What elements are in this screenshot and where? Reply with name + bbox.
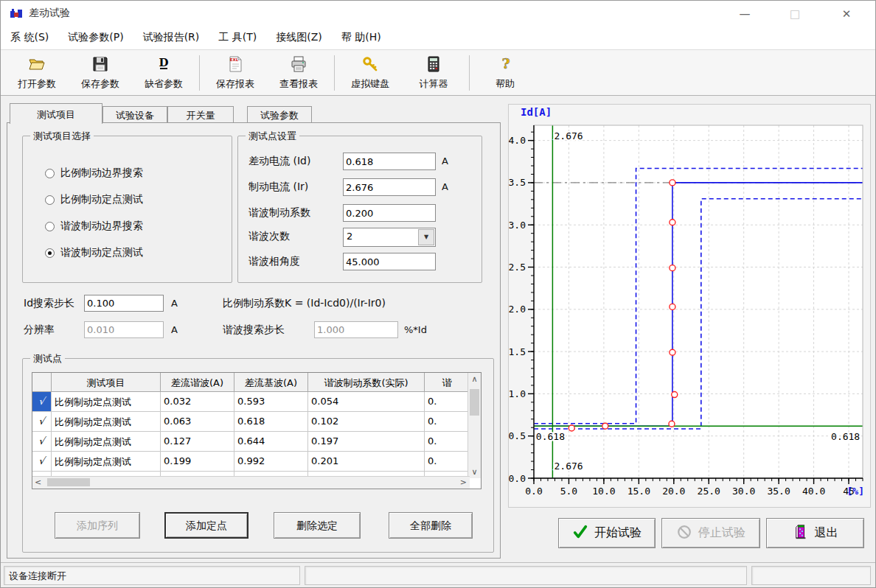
horizontal-scrollbar[interactable]: <> (32, 476, 470, 489)
calculator-button[interactable]: 计算器 (402, 52, 465, 94)
characteristic-chart: 0.00.51.01.52.02.53.03.54.00.05.010.015.… (508, 104, 871, 508)
svg-text:2.0: 2.0 (509, 304, 526, 315)
id-step-input[interactable] (84, 295, 164, 312)
toolbar-separator (334, 55, 335, 91)
scroll-up-icon[interactable]: ∧ (468, 374, 481, 384)
row-check-cell[interactable]: √ (32, 412, 52, 432)
groupbox-title: 测试项目选择 (30, 130, 94, 143)
menu-tools[interactable]: 工 具(T) (209, 27, 266, 49)
menu-system[interactable]: 系 统(S) (1, 27, 58, 49)
save-report-button[interactable]: EXL保存报表 (204, 52, 267, 94)
column-header[interactable]: 谐波制动系数(实际) (308, 373, 425, 392)
svg-text:4.0: 4.0 (509, 135, 526, 146)
radio-ratio-brake-boundary-search[interactable]: 比例制动边界搜索 (45, 166, 143, 181)
virtual-keyboard-button[interactable]: 虚拟键盘 (338, 52, 402, 94)
check-icon (572, 524, 594, 543)
menu-test-report[interactable]: 试验报告(R) (133, 27, 209, 49)
formula-text: 比例制动系数K = (Id-Icd0)/(Ir-Ir0) (223, 297, 386, 310)
column-header[interactable]: 测试项目 (52, 373, 161, 392)
table-cell[interactable]: 0.032 (161, 392, 234, 412)
column-header[interactable]: 差流谐波(A) (161, 373, 234, 392)
table-row[interactable]: √比例制动定点测试0.1270.6440.1970. (32, 432, 470, 452)
chevron-down-icon[interactable]: ▼ (418, 229, 434, 245)
table-cell[interactable]: 0. (425, 392, 470, 412)
start-test-button[interactable]: 开始试验 (558, 518, 656, 548)
table-cell[interactable]: 比例制动定点测试 (52, 452, 161, 472)
default-params-button[interactable]: D缺省参数 (132, 52, 195, 94)
table-cell[interactable]: 0.054 (308, 392, 425, 412)
table-cell[interactable]: 0.593 (234, 392, 308, 412)
radio-selected-icon[interactable] (45, 248, 55, 258)
tab-test-parameters[interactable]: 试验参数 (247, 106, 312, 122)
menu-wiring-diagram[interactable]: 接线图(Z) (266, 27, 332, 49)
add-fixed-point-button[interactable]: 添加定点 (164, 512, 248, 539)
column-header[interactable] (32, 373, 52, 392)
harmonic-phase-angle-input[interactable] (343, 253, 436, 270)
table-cell[interactable]: 0.199 (161, 452, 234, 472)
tab-test-items[interactable]: 测试项目 (10, 103, 102, 124)
radio-icon[interactable] (45, 169, 55, 178)
svg-text:3.5: 3.5 (509, 177, 526, 188)
table-cell[interactable]: 0. (425, 412, 470, 432)
table-cell[interactable]: 比例制动定点测试 (52, 392, 161, 412)
exit-button[interactable]: 退出 (766, 518, 864, 548)
table-cell[interactable]: 比例制动定点测试 (52, 432, 161, 452)
maximize-button[interactable]: □ (778, 1, 812, 27)
tab-test-device[interactable]: 试验设备 (102, 106, 167, 122)
scroll-right-icon[interactable]: > (460, 477, 467, 487)
table-cell[interactable]: 0.618 (234, 412, 308, 432)
svg-text:0.0: 0.0 (525, 486, 542, 497)
svg-text:1.5: 1.5 (509, 346, 526, 357)
open-params-button[interactable]: 打开参数 (5, 52, 69, 94)
scroll-left-icon[interactable]: < (35, 477, 41, 487)
svg-text:0.618: 0.618 (536, 431, 565, 442)
table-cell[interactable]: 0.127 (161, 432, 234, 452)
minimize-button[interactable]: — (728, 1, 762, 27)
table-row[interactable]: √比例制动定点测试0.1990.9920.2010. (32, 452, 470, 472)
harmonic-order-select[interactable]: 2 ▼ (343, 228, 436, 247)
table-row[interactable]: √比例制动定点测试0.0630.6180.1020. (32, 412, 470, 432)
radio-icon[interactable] (45, 222, 55, 231)
tab-switch-quantity[interactable]: 开关量 (167, 106, 234, 122)
table-cell[interactable]: 比例制动定点测试 (52, 412, 161, 432)
radio-harmonic-brake-boundary-search[interactable]: 谐波制动边界搜索 (45, 219, 143, 234)
table-cell[interactable]: 0.102 (308, 412, 425, 432)
harmonic-step-input (314, 321, 398, 338)
row-check-cell[interactable]: √ (32, 432, 52, 452)
table-cell[interactable]: 0.644 (234, 432, 308, 452)
radio-harmonic-brake-fixed-point-test[interactable]: 谐波制动定点测试 (45, 245, 143, 260)
test-points-table[interactable]: 测试项目差流谐波(A)差流基波(A)谐波制动系数(实际)谐√比例制动定点测试0.… (32, 372, 482, 489)
view-report-button[interactable]: 查看报表 (267, 52, 330, 94)
menu-help[interactable]: 帮 助(H) (332, 27, 391, 49)
table-cell[interactable]: 0. (425, 452, 470, 472)
harmonic-brake-coefficient-input[interactable] (343, 204, 436, 222)
save-params-button[interactable]: 保存参数 (69, 52, 132, 94)
table-cell[interactable]: 0. (425, 432, 470, 452)
close-button[interactable]: ✕ (830, 1, 863, 27)
exit-door-icon (793, 524, 815, 543)
delete-selected-button[interactable]: 删除选定 (274, 512, 361, 539)
column-header[interactable]: 差流基波(A) (234, 373, 308, 392)
svg-text:2.676: 2.676 (555, 461, 583, 472)
delete-all-button[interactable]: 全部删除 (389, 512, 473, 539)
restraint-current-input[interactable] (343, 178, 436, 196)
row-check-cell[interactable]: √ (32, 392, 52, 412)
field-label: 制动电流 (Ir) (248, 181, 308, 194)
vertical-scrollbar[interactable]: ∧∨ (467, 373, 481, 478)
field-label: 谐波次数 (248, 230, 290, 243)
table-cell[interactable]: 0.197 (308, 432, 425, 452)
table-cell[interactable]: 0.063 (161, 412, 234, 432)
table-cell[interactable]: 0.992 (234, 452, 308, 472)
table-cell[interactable]: 0.201 (308, 452, 425, 472)
radio-icon[interactable] (45, 195, 55, 205)
scroll-down-icon[interactable]: ∨ (468, 467, 481, 477)
table-row[interactable]: √比例制动定点测试0.0320.5930.0540. (32, 392, 470, 412)
menu-test-parameters[interactable]: 试验参数(P) (58, 27, 133, 49)
row-check-cell[interactable]: √ (32, 452, 52, 472)
column-header[interactable]: 谐 (425, 373, 470, 392)
help-button[interactable]: ?帮助 (473, 52, 537, 94)
app-icon (10, 7, 23, 21)
radio-ratio-brake-fixed-point-test[interactable]: 比例制动定点测试 (45, 192, 143, 207)
differential-current-input[interactable] (343, 153, 436, 170)
calculator-icon (425, 55, 442, 76)
